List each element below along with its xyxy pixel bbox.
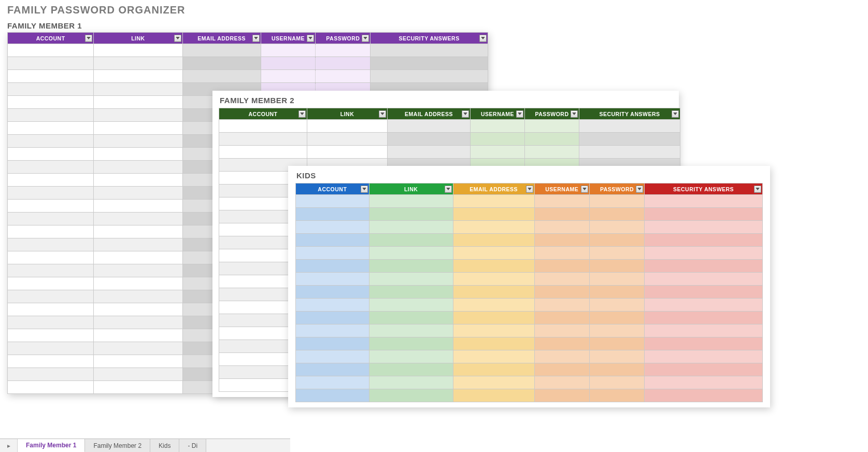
member2-cell-acct[interactable] (219, 120, 307, 133)
member1-cell-link[interactable] (94, 355, 182, 368)
member1-header-pass[interactable]: PASSWORD (316, 33, 371, 44)
member1-cell-acct[interactable] (8, 225, 94, 238)
kids-cell-sec[interactable] (645, 363, 763, 376)
filter-dropdown-icon[interactable] (479, 35, 487, 42)
kids-cell-sec[interactable] (645, 376, 763, 389)
kids-table[interactable]: ACCOUNTLINKEMAIL ADDRESSUSERNAMEPASSWORD… (295, 183, 763, 402)
kids-cell-link[interactable] (369, 337, 453, 350)
member1-cell-pass[interactable] (316, 70, 371, 83)
kids-cell-pass[interactable] (589, 195, 644, 208)
member1-cell-acct[interactable] (8, 303, 94, 316)
kids-cell-link[interactable] (369, 273, 453, 286)
member1-cell-acct[interactable] (8, 109, 94, 122)
kids-cell-sec[interactable] (645, 312, 763, 324)
kids-cell-sec[interactable] (645, 324, 763, 337)
member1-cell-email[interactable] (182, 70, 261, 83)
kids-cell-user[interactable] (534, 312, 589, 324)
kids-cell-acct[interactable] (296, 376, 369, 389)
kids-cell-pass[interactable] (589, 273, 644, 286)
filter-dropdown-icon[interactable] (85, 35, 92, 42)
kids-cell-user[interactable] (534, 350, 589, 363)
kids-cell-acct[interactable] (296, 260, 369, 273)
member1-cell-sec[interactable] (371, 44, 488, 57)
kids-cell-pass[interactable] (589, 247, 644, 260)
kids-cell-sec[interactable] (645, 299, 763, 312)
member1-cell-user[interactable] (261, 70, 316, 83)
kids-cell-link[interactable] (369, 312, 453, 324)
member2-cell-sec[interactable] (579, 133, 680, 146)
member1-header-sec[interactable]: SECURITY ANSWERS (371, 33, 488, 44)
kids-cell-user[interactable] (534, 195, 589, 208)
kids-cell-user[interactable] (534, 234, 589, 247)
kids-header-acct[interactable]: ACCOUNT (296, 183, 369, 195)
member1-cell-acct[interactable] (8, 148, 94, 161)
kids-cell-link[interactable] (369, 324, 453, 337)
kids-cell-email[interactable] (453, 286, 534, 299)
member1-cell-acct[interactable] (8, 251, 94, 264)
member1-cell-acct[interactable] (8, 122, 94, 135)
kids-cell-email[interactable] (453, 337, 534, 350)
member2-cell-pass[interactable] (525, 146, 579, 159)
member1-cell-acct[interactable] (8, 368, 94, 381)
kids-cell-link[interactable] (369, 376, 453, 389)
kids-cell-link[interactable] (369, 389, 453, 402)
member1-cell-acct[interactable] (8, 213, 94, 225)
kids-cell-pass[interactable] (589, 299, 644, 312)
member2-header-pass[interactable]: PASSWORD (525, 108, 579, 120)
kids-cell-email[interactable] (453, 350, 534, 363)
kids-header-user[interactable]: USERNAME (534, 183, 589, 195)
member2-header-acct[interactable]: ACCOUNT (219, 108, 307, 120)
member1-header-acct[interactable]: ACCOUNT (8, 33, 94, 44)
member1-cell-link[interactable] (94, 57, 182, 70)
member1-cell-acct[interactable] (8, 290, 94, 303)
kids-cell-pass[interactable] (589, 286, 644, 299)
kids-cell-user[interactable] (534, 324, 589, 337)
member2-cell-user[interactable] (471, 120, 525, 133)
kids-cell-acct[interactable] (296, 286, 369, 299)
kids-header-link[interactable]: LINK (369, 183, 453, 195)
kids-cell-email[interactable] (453, 195, 534, 208)
kids-cell-sec[interactable] (645, 208, 763, 221)
kids-cell-acct[interactable] (296, 234, 369, 247)
kids-cell-email[interactable] (453, 389, 534, 402)
member1-cell-link[interactable] (94, 329, 182, 342)
member2-cell-link[interactable] (307, 146, 388, 159)
kids-cell-user[interactable] (534, 376, 589, 389)
filter-dropdown-icon[interactable] (379, 110, 386, 118)
member1-cell-acct[interactable] (8, 174, 94, 187)
kids-cell-acct[interactable] (296, 195, 369, 208)
kids-cell-link[interactable] (369, 208, 453, 221)
kids-cell-user[interactable] (534, 337, 589, 350)
kids-cell-acct[interactable] (296, 389, 369, 402)
member1-cell-user[interactable] (261, 57, 316, 70)
member1-cell-sec[interactable] (371, 70, 488, 83)
kids-cell-acct[interactable] (296, 363, 369, 376)
filter-dropdown-icon[interactable] (636, 186, 643, 193)
kids-cell-link[interactable] (369, 350, 453, 363)
kids-cell-sec[interactable] (645, 260, 763, 273)
member1-cell-link[interactable] (94, 148, 182, 161)
kids-cell-user[interactable] (534, 299, 589, 312)
member1-cell-link[interactable] (94, 109, 182, 122)
member1-cell-acct[interactable] (8, 329, 94, 342)
member2-cell-email[interactable] (388, 146, 471, 159)
member1-cell-link[interactable] (94, 316, 182, 329)
filter-dropdown-icon[interactable] (581, 186, 588, 193)
member1-cell-acct[interactable] (8, 187, 94, 200)
kids-cell-user[interactable] (534, 389, 589, 402)
kids-cell-acct[interactable] (296, 312, 369, 324)
member1-cell-link[interactable] (94, 238, 182, 251)
kids-cell-link[interactable] (369, 363, 453, 376)
tab-nav-arrow[interactable]: ▸ (0, 439, 18, 452)
member1-cell-link[interactable] (94, 44, 182, 57)
kids-cell-user[interactable] (534, 208, 589, 221)
kids-cell-sec[interactable] (645, 195, 763, 208)
member1-cell-link[interactable] (94, 342, 182, 355)
member2-cell-user[interactable] (471, 133, 525, 146)
kids-cell-link[interactable] (369, 221, 453, 234)
kids-cell-pass[interactable] (589, 324, 644, 337)
kids-cell-acct[interactable] (296, 350, 369, 363)
member1-cell-link[interactable] (94, 174, 182, 187)
filter-dropdown-icon[interactable] (361, 186, 368, 193)
member1-cell-email[interactable] (182, 44, 261, 57)
